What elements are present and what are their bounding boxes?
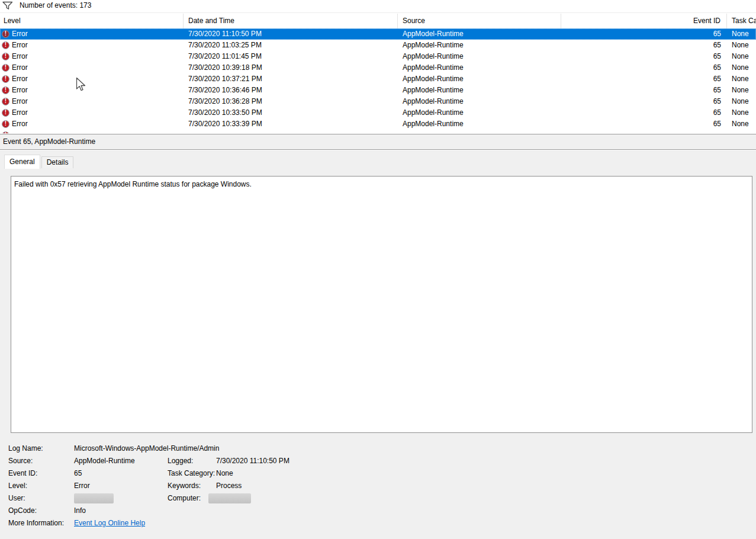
preview-tabs: General Details — [4, 155, 73, 169]
column-header-event-id[interactable]: Event ID — [561, 14, 727, 28]
source-cell: AppModel-Runtime — [398, 73, 561, 85]
computer-value-redacted — [208, 493, 251, 503]
detail-row-opcode: OpCode: Info — [0, 506, 756, 516]
table-row[interactable]: Error 7/30/2020 10:36:28 PM AppModel-Run… — [0, 96, 756, 107]
filter-icon — [2, 1, 14, 11]
table-row[interactable]: Error 7/30/2020 10:33:50 PM AppModel-Run… — [0, 107, 756, 118]
error-icon — [2, 64, 9, 72]
logged-label: Logged: — [168, 456, 193, 466]
column-header-task-category[interactable]: Task Cate — [727, 14, 756, 28]
table-header-row: Level Date and Time Source Event ID Task… — [0, 14, 756, 28]
level-cell: Error — [0, 85, 184, 96]
table-row-partial — [0, 130, 756, 133]
column-header-source[interactable]: Source — [398, 14, 561, 28]
source-label: Source: — [8, 456, 33, 466]
level-cell: Error — [0, 118, 184, 130]
task-category-value: None — [216, 469, 233, 478]
table-row[interactable]: Error 7/30/2020 11:01:45 PM AppModel-Run… — [0, 51, 756, 62]
event-list: Error 7/30/2020 11:10:50 PM AppModel-Run… — [0, 28, 756, 133]
datetime-cell: 7/30/2020 10:39:18 PM — [184, 62, 398, 73]
error-icon — [2, 120, 9, 128]
detail-row-more-information: More Information: Event Log Online Help — [0, 518, 756, 528]
datetime-cell: 7/30/2020 10:36:46 PM — [184, 85, 398, 96]
keywords-label: Keywords: — [168, 481, 201, 490]
error-icon — [2, 75, 9, 83]
source-cell: AppModel-Runtime — [398, 51, 561, 62]
level-cell: Error — [0, 62, 184, 73]
logged-value: 7/30/2020 11:10:50 PM — [216, 456, 289, 466]
table-row[interactable]: Error 7/30/2020 10:37:21 PM AppModel-Run… — [0, 73, 756, 85]
preview-title-band: Event 65, AppModel-Runtime — [0, 134, 756, 150]
event-log-online-help-link[interactable]: Event Log Online Help — [74, 518, 145, 528]
event-id-cell: 65 — [561, 62, 727, 73]
event-id-value: 65 — [74, 469, 82, 478]
log-name-value: Microsoft-Windows-AppModel-Runtime/Admin — [74, 444, 219, 453]
event-id-label: Event ID: — [8, 469, 37, 478]
error-icon — [2, 53, 9, 60]
event-id-cell: 65 — [561, 51, 727, 62]
level-cell: Error — [0, 40, 184, 51]
log-name-label: Log Name: — [8, 444, 43, 453]
error-icon — [2, 131, 9, 133]
event-id-cell: 65 — [561, 118, 727, 130]
event-id-cell: 65 — [561, 107, 727, 118]
task-category-cell: None — [727, 73, 756, 85]
column-header-date-and-time[interactable]: Date and Time — [184, 14, 398, 28]
detail-row-user: User: Computer: — [0, 493, 756, 503]
event-id-cell: 65 — [561, 96, 727, 107]
detail-row-event-id: Event ID: 65 Task Category: None — [0, 469, 756, 479]
task-category-cell: None — [727, 51, 756, 62]
datetime-cell: 7/30/2020 11:01:45 PM — [184, 51, 398, 62]
source-cell: AppModel-Runtime — [398, 118, 561, 130]
opcode-value: Info — [74, 506, 86, 515]
computer-label: Computer: — [168, 493, 201, 503]
table-row[interactable]: Error 7/30/2020 10:36:46 PM AppModel-Run… — [0, 85, 756, 96]
source-cell: AppModel-Runtime — [398, 62, 561, 73]
level-cell: Error — [0, 51, 184, 62]
level-label: Level: — [8, 481, 27, 490]
task-category-cell: None — [727, 62, 756, 73]
level-cell: Error — [0, 73, 184, 85]
column-header-level[interactable]: Level — [0, 14, 184, 28]
source-cell: AppModel-Runtime — [398, 107, 561, 118]
user-label: User: — [8, 493, 25, 503]
table-row[interactable]: Error 7/30/2020 10:33:39 PM AppModel-Run… — [0, 118, 756, 130]
event-id-cell: 65 — [561, 85, 727, 96]
event-id-cell: 65 — [561, 73, 727, 85]
source-cell: AppModel-Runtime — [398, 40, 561, 51]
detail-row-source: Source: AppModel-Runtime Logged: 7/30/20… — [0, 456, 756, 466]
error-icon — [2, 30, 9, 38]
level-cell: Error — [0, 96, 184, 107]
task-category-label: Task Category: — [168, 469, 215, 478]
event-id-cell: 65 — [561, 28, 727, 40]
user-value-redacted — [74, 493, 114, 503]
task-category-cell: None — [727, 118, 756, 130]
table-row[interactable]: Error 7/30/2020 11:10:50 PM AppModel-Run… — [0, 28, 756, 40]
task-category-cell: None — [727, 107, 756, 118]
error-icon — [2, 86, 9, 94]
tab-general[interactable]: General — [4, 155, 40, 169]
preview-pane-title: Event 65, AppModel-Runtime — [3, 134, 95, 149]
event-viewer-events-pane: Number of events: 173 Level Date and Tim… — [0, 0, 756, 539]
opcode-label: OpCode: — [8, 506, 37, 515]
event-description-box[interactable]: Failed with 0x57 retrieving AppModel Run… — [11, 176, 752, 433]
task-category-cell: None — [727, 40, 756, 51]
more-information-label: More Information: — [8, 518, 64, 528]
table-row[interactable]: Error 7/30/2020 11:03:25 PM AppModel-Run… — [0, 40, 756, 51]
source-cell: AppModel-Runtime — [398, 28, 561, 40]
number-of-events-label: Number of events: 173 — [20, 1, 91, 9]
event-description-text: Failed with 0x57 retrieving AppModel Run… — [14, 180, 749, 188]
task-category-cell: None — [727, 85, 756, 96]
datetime-cell: 7/30/2020 11:10:50 PM — [184, 28, 398, 40]
tab-details[interactable]: Details — [41, 156, 74, 168]
source-cell: AppModel-Runtime — [398, 85, 561, 96]
source-value: AppModel-Runtime — [74, 456, 135, 466]
events-toolbar: Number of events: 173 — [0, 0, 756, 13]
event-id-cell: 65 — [561, 40, 727, 51]
error-icon — [2, 98, 9, 105]
error-icon — [2, 109, 9, 117]
datetime-cell: 7/30/2020 10:37:21 PM — [184, 73, 398, 85]
source-cell: AppModel-Runtime — [398, 96, 561, 107]
level-cell: Error — [0, 107, 184, 118]
table-row[interactable]: Error 7/30/2020 10:39:18 PM AppModel-Run… — [0, 62, 756, 73]
